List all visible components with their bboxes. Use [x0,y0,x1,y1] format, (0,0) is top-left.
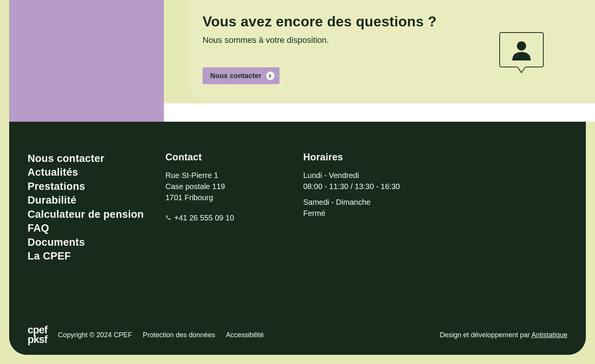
phone-number: +41 26 555 09 10 [174,214,234,222]
svg-rect-1 [518,66,525,67]
footer-contact-column: Contact Rue St-Pierre 1 Case postale 119… [165,152,303,263]
cta-section: Vous avez encore des questions ? Nous so… [0,0,595,122]
footer-hours-column: Horaires Lundi - Vendredi 08:00 - 11:30 … [303,152,567,263]
privacy-link[interactable]: Protection des données [143,331,215,339]
svg-point-2 [517,41,526,51]
footer-nav-actualites[interactable]: Actualités [28,165,165,179]
cta-heading: Vous avez encore des questions ? [203,14,499,30]
hours-weekend-time: Fermé [303,208,567,219]
address-line-3: 1701 Fribourg [165,193,303,203]
person-speech-icon [499,32,544,75]
footer-nav-column: Nous contacter Actualités Prestations Du… [28,152,165,263]
footer-nav-documents[interactable]: Documents [28,235,165,249]
contact-button-label: Nous contacter [210,72,262,80]
cta-card: Vous avez encore des questions ? Nous so… [187,0,595,103]
phone-icon [165,214,171,222]
hours-week-time: 08:00 - 11:30 / 13:30 - 16:30 [303,181,567,192]
footer-hours-title: Horaires [303,152,567,163]
footer-nav-contact[interactable]: Nous contacter [28,152,165,165]
hours-weekend-days: Samedi - Dimanche [303,197,567,207]
footer-nav-prestations[interactable]: Prestations [28,180,165,193]
copyright: Copyright © 2024 CPEF [58,331,132,339]
credit: Design et développement par Antistatique [440,331,567,339]
address-line-1: Rue St-Pierre 1 [165,170,303,181]
footer-nav-la-cpef[interactable]: La CPEF [28,249,165,263]
hours-week-days: Lundi - Vendredi [303,170,567,181]
footer: Nous contacter Actualités Prestations Du… [9,122,586,355]
cta-subtitle: Nous sommes à votre disposition. [203,35,499,45]
logo-line-2: pksf [28,335,47,345]
phone-link[interactable]: +41 26 555 09 10 [165,214,234,222]
credit-text: Design et développement par [440,331,531,339]
footer-nav-calculateur[interactable]: Calculateur de pension [28,207,165,221]
address-line-2: Case postale 119 [165,181,303,192]
logo[interactable]: cpef pksf [28,325,47,345]
credit-link[interactable]: Antistatique [531,331,567,339]
decorative-white-band [164,103,595,122]
decorative-lavender-block [9,0,164,122]
footer-contact-title: Contact [165,152,303,163]
contact-button[interactable]: Nous contacter [203,67,280,84]
footer-nav-faq[interactable]: FAQ [28,221,165,235]
chevron-right-icon [266,72,275,80]
accessibility-link[interactable]: Accessibilité [226,331,264,339]
footer-bar: cpef pksf Copyright © 2024 CPEF Protecti… [28,325,567,345]
footer-nav-durabilite[interactable]: Durabilité [28,193,165,207]
